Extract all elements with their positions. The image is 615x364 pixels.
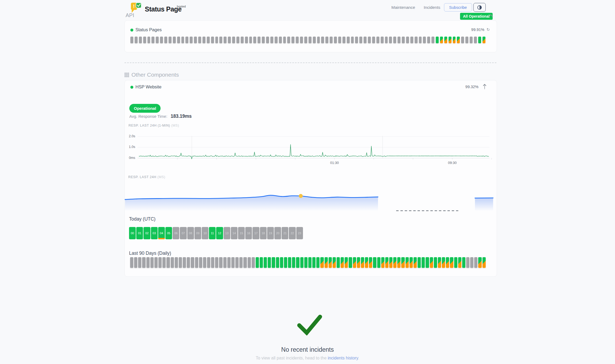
daily-beat[interactable] bbox=[482, 257, 486, 268]
uptime-beat[interactable] bbox=[194, 37, 197, 43]
uptime-beat[interactable] bbox=[219, 37, 222, 43]
uptime-beat[interactable] bbox=[474, 37, 477, 43]
daily-beat[interactable] bbox=[134, 257, 137, 268]
daily-beat[interactable] bbox=[154, 257, 158, 268]
nav-incidents[interactable]: Incidents bbox=[424, 5, 440, 10]
daily-beat[interactable] bbox=[341, 257, 344, 268]
uptime-beat[interactable] bbox=[130, 37, 133, 43]
uptime-beat[interactable] bbox=[427, 37, 430, 43]
daily-beat[interactable] bbox=[231, 257, 235, 268]
uptime-beat[interactable] bbox=[203, 37, 205, 43]
uptime-beat[interactable] bbox=[249, 37, 252, 43]
daily-beat[interactable] bbox=[312, 257, 316, 268]
uptime-beat[interactable] bbox=[470, 37, 473, 43]
daily-beat[interactable] bbox=[130, 257, 133, 268]
daily-beat[interactable] bbox=[410, 257, 413, 268]
uptime-beat[interactable] bbox=[453, 37, 456, 43]
daily-beat[interactable] bbox=[458, 257, 461, 268]
hour-block-14[interactable]: 14 bbox=[231, 227, 238, 239]
uptime-beat[interactable] bbox=[457, 37, 460, 43]
uptime-beat[interactable] bbox=[258, 37, 260, 43]
daily-beat[interactable] bbox=[138, 257, 141, 268]
uptime-beat[interactable] bbox=[321, 37, 324, 43]
uptime-beat[interactable] bbox=[402, 37, 405, 43]
uptime-beat[interactable] bbox=[287, 37, 290, 43]
daily-beat[interactable] bbox=[442, 257, 445, 268]
uptime-beat[interactable] bbox=[461, 37, 464, 43]
daily-beat[interactable] bbox=[300, 257, 303, 268]
daily-beat[interactable] bbox=[422, 257, 425, 268]
daily-beat[interactable] bbox=[438, 257, 441, 268]
uptime-beat[interactable] bbox=[228, 37, 231, 43]
uptime-beat[interactable] bbox=[381, 37, 384, 43]
uptime-beat[interactable] bbox=[177, 37, 180, 43]
uptime-beat[interactable] bbox=[406, 37, 409, 43]
daily-beat[interactable] bbox=[414, 257, 417, 268]
uptime-beat[interactable] bbox=[342, 37, 345, 43]
daily-beat[interactable] bbox=[272, 257, 275, 268]
refresh-icon[interactable]: ↻ bbox=[486, 27, 490, 32]
hour-block-07[interactable]: 07 bbox=[180, 227, 186, 239]
daily-beat[interactable] bbox=[373, 257, 376, 268]
daily-beat[interactable] bbox=[195, 257, 198, 268]
daily-beat[interactable] bbox=[466, 257, 469, 268]
daily-beat[interactable] bbox=[308, 257, 312, 268]
daily-beat[interactable] bbox=[406, 257, 409, 268]
daily-beat[interactable] bbox=[211, 257, 214, 268]
uptime-beat[interactable] bbox=[262, 37, 265, 43]
daily-beat[interactable] bbox=[227, 257, 231, 268]
hour-block-18[interactable]: 18 bbox=[260, 227, 267, 239]
daily-beat[interactable] bbox=[142, 257, 145, 268]
uptime-beat[interactable] bbox=[385, 37, 388, 43]
daily-beat[interactable] bbox=[171, 257, 174, 268]
uptime-beat[interactable] bbox=[173, 37, 176, 43]
uptime-beat[interactable] bbox=[151, 37, 154, 43]
daily-beat[interactable] bbox=[454, 257, 457, 268]
chevron-up-icon[interactable] bbox=[488, 14, 493, 18]
daily-beat[interactable] bbox=[365, 257, 368, 268]
daily-beat[interactable] bbox=[478, 257, 481, 268]
daily-beat[interactable] bbox=[393, 257, 396, 268]
daily-beat[interactable] bbox=[385, 257, 388, 268]
daily-beat[interactable] bbox=[183, 257, 186, 268]
uptime-beat[interactable] bbox=[224, 37, 227, 43]
hour-block-02[interactable]: 02 bbox=[143, 227, 150, 239]
uptime-beat[interactable] bbox=[478, 37, 481, 43]
hour-block-15[interactable]: 15 bbox=[238, 227, 245, 239]
daily-beat[interactable] bbox=[158, 257, 162, 268]
daily-beat[interactable] bbox=[430, 257, 433, 268]
uptime-beat[interactable] bbox=[444, 37, 447, 43]
daily-beat[interactable] bbox=[150, 257, 154, 268]
daily-beat[interactable] bbox=[296, 257, 299, 268]
uptime-beat[interactable] bbox=[181, 37, 184, 43]
uptime-beat[interactable] bbox=[449, 37, 451, 43]
uptime-beat[interactable] bbox=[169, 37, 172, 43]
uptime-beat[interactable] bbox=[275, 37, 278, 43]
hour-block-22[interactable]: 22 bbox=[289, 227, 295, 239]
daily-beat[interactable] bbox=[337, 257, 340, 268]
daily-beat[interactable] bbox=[381, 257, 384, 268]
uptime-beat[interactable] bbox=[317, 37, 320, 43]
uptime-beat[interactable] bbox=[431, 37, 434, 43]
uptime-beat[interactable] bbox=[364, 37, 367, 43]
daily-beat[interactable] bbox=[146, 257, 150, 268]
daily-beat[interactable] bbox=[462, 257, 465, 268]
daily-beat[interactable] bbox=[215, 257, 218, 268]
daily-beat[interactable] bbox=[329, 257, 332, 268]
daily-beat[interactable] bbox=[353, 257, 356, 268]
uptime-beat[interactable] bbox=[440, 37, 443, 43]
daily-beat[interactable] bbox=[288, 257, 291, 268]
hour-block-20[interactable]: 20 bbox=[274, 227, 281, 239]
daily-beat[interactable] bbox=[203, 257, 206, 268]
daily-beat[interactable] bbox=[361, 257, 364, 268]
uptime-beat[interactable] bbox=[245, 37, 248, 43]
daily-beat[interactable] bbox=[252, 257, 255, 268]
uptime-beat[interactable] bbox=[389, 37, 392, 43]
nav-maintenance[interactable]: Maintenance bbox=[391, 5, 415, 10]
hour-block-16[interactable]: 16 bbox=[245, 227, 252, 239]
uptime-beat[interactable] bbox=[304, 37, 307, 43]
hour-block-13[interactable]: 13 bbox=[224, 227, 230, 239]
uptime-beat[interactable] bbox=[241, 37, 244, 43]
hour-block-10[interactable]: 10 bbox=[202, 227, 208, 239]
daily-beat[interactable] bbox=[268, 257, 271, 268]
